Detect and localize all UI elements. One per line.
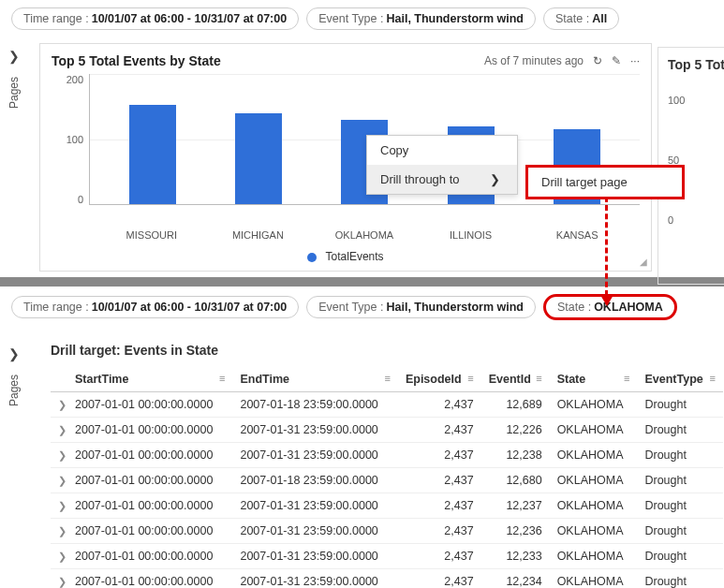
chevron-right-icon: ❯ [490, 172, 500, 186]
y-tick: 0 [78, 194, 83, 205]
table-title: Drill target: Events in State [51, 343, 723, 358]
menu-label: Drill through to [380, 172, 460, 186]
cell-eventtype: Drought [637, 443, 723, 468]
table-row[interactable]: ❯2007-01-01 00:00:00.00002007-01-31 23:5… [51, 544, 723, 569]
column-menu-icon[interactable]: ≡ [384, 373, 390, 384]
table-body: ❯2007-01-01 00:00:00.00002007-01-18 23:5… [51, 392, 723, 589]
cell-episodeid: 2,437 [398, 493, 481, 519]
cell-endtime: 2007-01-31 23:59:00.0000 [232, 418, 397, 443]
expand-row-icon[interactable]: ❯ [51, 392, 67, 418]
chart-bar[interactable] [129, 105, 176, 204]
pages-sidebar-bottom: ❯ Pages [0, 339, 28, 582]
cell-eventtype: Drought [637, 468, 723, 493]
expand-pages-icon[interactable]: ❯ [8, 49, 20, 64]
filter-label: Event Type : [318, 12, 383, 25]
chart-as-of: As of 7 minutes ago [484, 54, 584, 67]
filter-label: Event Type : [318, 301, 383, 314]
column-header[interactable]: State≡ [550, 367, 638, 392]
filter-label: State : [555, 12, 589, 25]
side-y-axis: 100 50 0 [668, 95, 724, 226]
filter-event-type[interactable]: Event Type : Hail, Thunderstorm wind [306, 296, 536, 318]
column-menu-icon[interactable]: ≡ [219, 373, 225, 384]
y-tick: 100 [66, 134, 83, 145]
resize-handle-icon[interactable]: ◢ [640, 257, 647, 267]
chart-legend: TotalEvents [52, 250, 640, 263]
chart-actions: As of 7 minutes ago ↻ ✎ ··· [484, 54, 640, 67]
cell-state: OKLAHOMA [550, 418, 638, 443]
cell-eventtype: Drought [637, 392, 723, 418]
filter-label: Time range : [23, 12, 89, 25]
context-menu-copy[interactable]: Copy [367, 136, 517, 165]
column-header[interactable]: EndTime≡ [232, 367, 397, 392]
expand-row-icon[interactable]: ❯ [51, 468, 67, 493]
filter-time-range[interactable]: Time range : 10/01/07 at 06:00 - 10/31/0… [11, 296, 299, 318]
x-tick-label: OKLAHOMA [311, 229, 418, 241]
expand-row-icon[interactable]: ❯ [51, 569, 67, 589]
pages-sidebar-top: ❯ Pages [0, 41, 28, 294]
table-row[interactable]: ❯2007-01-01 00:00:00.00002007-01-31 23:5… [51, 418, 723, 443]
cell-starttime: 2007-01-01 00:00:00.0000 [67, 418, 232, 443]
filter-event-type[interactable]: Event Type : Hail, Thunderstorm wind [306, 7, 536, 30]
expand-row-icon[interactable]: ❯ [51, 493, 67, 519]
expand-pages-icon[interactable]: ❯ [8, 346, 20, 361]
context-menu-drill-through[interactable]: Drill through to ❯ [367, 165, 517, 194]
cell-state: OKLAHOMA [550, 569, 638, 589]
context-submenu-drill-target[interactable]: Drill target page [525, 165, 685, 199]
table-row[interactable]: ❯2007-01-01 00:00:00.00002007-01-31 23:5… [51, 519, 723, 544]
cell-state: OKLAHOMA [550, 392, 638, 418]
cell-eventid: 12,689 [481, 392, 550, 418]
cell-episodeid: 2,437 [398, 443, 481, 468]
edit-icon[interactable]: ✎ [612, 54, 621, 67]
side-chart-title: Top 5 Total [668, 57, 724, 72]
cell-eventtype: Drought [637, 544, 723, 569]
filter-value: Hail, Thunderstorm wind [386, 12, 524, 25]
cell-episodeid: 2,437 [398, 468, 481, 493]
cell-episodeid: 2,437 [398, 392, 481, 418]
filter-state[interactable]: State : All [543, 7, 619, 30]
cell-episodeid: 2,437 [398, 569, 481, 589]
section-divider [0, 277, 724, 287]
chart-bar[interactable] [235, 113, 282, 204]
filter-label: Time range : [23, 301, 89, 314]
refresh-icon[interactable]: ↻ [593, 54, 602, 67]
column-header[interactable]: EventId≡ [481, 367, 550, 392]
expand-row-icon[interactable]: ❯ [51, 519, 67, 544]
table-row[interactable]: ❯2007-01-01 00:00:00.00002007-01-31 23:5… [51, 443, 723, 468]
expand-row-icon[interactable]: ❯ [51, 443, 67, 468]
expand-row-icon[interactable]: ❯ [51, 544, 67, 569]
cell-eventtype: Drought [637, 418, 723, 443]
cell-state: OKLAHOMA [550, 519, 638, 544]
more-icon[interactable]: ··· [630, 54, 640, 67]
table-row[interactable]: ❯2007-01-01 00:00:00.00002007-01-18 23:5… [51, 392, 723, 418]
cell-starttime: 2007-01-01 00:00:00.0000 [67, 468, 232, 493]
column-menu-icon[interactable]: ≡ [710, 373, 716, 384]
filter-value: 10/01/07 at 06:00 - 10/31/07 at 07:00 [92, 12, 287, 25]
y-tick: 200 [66, 74, 83, 85]
filter-label: State : [557, 301, 591, 314]
filter-time-range[interactable]: Time range : 10/01/07 at 06:00 - 10/31/0… [11, 7, 299, 30]
column-header[interactable]: EventType≡ [637, 367, 723, 392]
chart-header: Top 5 Total Events by State As of 7 minu… [52, 53, 640, 68]
column-header[interactable]: EpisodeId≡ [398, 367, 481, 392]
column-menu-icon[interactable]: ≡ [624, 373, 629, 384]
table-row[interactable]: ❯2007-01-01 00:00:00.00002007-01-31 23:5… [51, 569, 723, 589]
cell-endtime: 2007-01-18 23:59:00.0000 [232, 468, 397, 493]
table-row[interactable]: ❯2007-01-01 00:00:00.00002007-01-31 23:5… [51, 493, 723, 519]
column-menu-icon[interactable]: ≡ [536, 373, 541, 384]
table-header-row: StartTime≡EndTime≡EpisodeId≡EventId≡Stat… [51, 367, 723, 392]
legend-swatch-icon [307, 253, 317, 262]
cell-eventtype: Drought [637, 493, 723, 519]
column-menu-icon[interactable]: ≡ [467, 373, 473, 384]
y-tick: 100 [668, 95, 724, 106]
expand-row-icon[interactable]: ❯ [51, 418, 67, 443]
cell-state: OKLAHOMA [550, 544, 638, 569]
pages-label: Pages [7, 77, 21, 109]
cell-starttime: 2007-01-01 00:00:00.0000 [67, 493, 232, 519]
table-row[interactable]: ❯2007-01-01 00:00:00.00002007-01-18 23:5… [51, 468, 723, 493]
pages-label: Pages [7, 375, 21, 406]
chart-title: Top 5 Total Events by State [52, 53, 221, 68]
cell-endtime: 2007-01-18 23:59:00.0000 [232, 392, 397, 418]
events-table: StartTime≡EndTime≡EpisodeId≡EventId≡Stat… [51, 367, 723, 588]
legend-text: TotalEvents [326, 250, 384, 263]
column-header[interactable]: StartTime≡ [67, 367, 232, 392]
